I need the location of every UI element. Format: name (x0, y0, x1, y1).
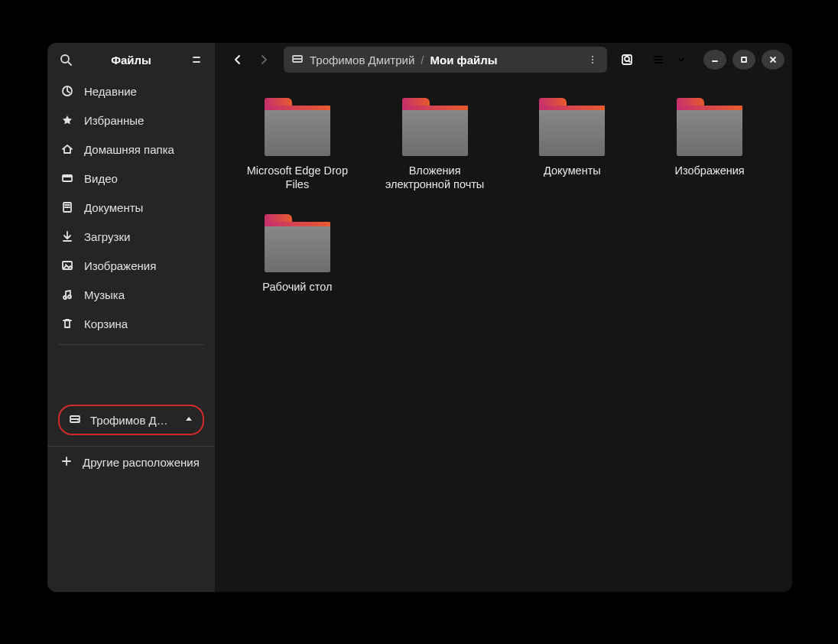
path-segment-current[interactable]: Мои файлы (430, 54, 498, 67)
folder-icon (265, 98, 330, 156)
trash-icon (61, 317, 73, 330)
picture-icon (61, 259, 73, 272)
mount-label: Трофимов Дми… (90, 414, 175, 427)
folder-icon (265, 214, 330, 272)
document-icon (61, 201, 73, 213)
sidebar-separator (58, 344, 204, 345)
pathbar-menu-button[interactable] (583, 50, 603, 70)
sidebar-item-downloads[interactable]: Загрузки (47, 222, 215, 251)
plus-icon (61, 456, 72, 469)
folder-item[interactable]: Microsoft Edge Drop Files (238, 98, 357, 191)
path-segment-label: Трофимов Дмитрий (310, 54, 414, 67)
folder-item[interactable]: Вложения электронной почты (375, 98, 495, 191)
folder-label: Microsoft Edge Drop Files (244, 164, 351, 191)
sidebar-item-label: Избранные (84, 114, 144, 127)
sidebar-item-music[interactable]: Музыка (47, 280, 215, 309)
sidebar-header: Файлы (47, 43, 215, 76)
sidebar-item-pictures[interactable]: Изображения (47, 251, 215, 280)
sidebar-item-label: Корзина (84, 317, 128, 330)
sidebar-item-starred[interactable]: Избранные (47, 106, 215, 135)
folder-icon (677, 98, 742, 156)
sidebar-item-label: Загрузки (84, 230, 130, 243)
search-button[interactable] (55, 49, 76, 70)
clock-icon (61, 85, 73, 97)
folder-item[interactable]: Изображения (650, 98, 769, 191)
path-segment-label: Мои файлы (430, 54, 498, 67)
video-icon (61, 172, 73, 184)
sidebar: Файлы Недавние Избранные Домашняя папка … (47, 43, 215, 592)
drive-icon (291, 53, 304, 67)
sidebar-item-label: Документы (84, 201, 143, 214)
folder-icon (539, 98, 605, 156)
close-button[interactable] (762, 50, 784, 70)
folder-grid: Microsoft Edge Drop Files Вложения элект… (238, 98, 769, 294)
svg-point-22 (592, 56, 593, 57)
main-area: Трофимов Дмитрий / Мои файлы (215, 43, 792, 592)
star-icon (61, 114, 73, 126)
sidebar-item-home[interactable]: Домашняя папка (47, 135, 215, 164)
nav-arrows (222, 47, 276, 72)
svg-line-1 (68, 62, 71, 65)
folder-item[interactable]: Документы (513, 98, 632, 191)
chevron-down-icon[interactable] (670, 47, 693, 72)
path-separator: / (421, 54, 424, 67)
svg-rect-32 (742, 57, 746, 62)
content-area: Microsoft Edge Drop Files Вложения элект… (215, 76, 792, 592)
app-title: Файлы (81, 54, 181, 67)
sidebar-item-trash[interactable]: Корзина (47, 309, 215, 338)
svg-point-17 (77, 420, 79, 421)
back-button[interactable] (226, 47, 250, 72)
svg-line-27 (628, 60, 630, 62)
list-view-icon[interactable] (647, 47, 670, 72)
folder-label: Вложения электронной почты (382, 164, 489, 191)
file-manager-window: Файлы Недавние Избранные Домашняя папка … (47, 43, 792, 592)
other-locations-label: Другие расположения (83, 456, 200, 469)
download-icon (61, 230, 73, 242)
svg-point-24 (592, 62, 593, 63)
maximize-button[interactable] (732, 50, 755, 70)
folder-item[interactable]: Рабочий стол (238, 214, 357, 294)
folder-icon (402, 98, 468, 156)
sidebar-mount-drive[interactable]: Трофимов Дми… (58, 405, 204, 435)
svg-point-13 (63, 296, 67, 299)
toolbar-search-button[interactable] (615, 47, 639, 72)
drive-icon (69, 413, 81, 428)
music-icon (61, 288, 73, 301)
svg-rect-21 (293, 59, 302, 62)
folder-label: Документы (544, 164, 601, 177)
toolbar: Трофимов Дмитрий / Мои файлы (215, 43, 792, 76)
sidebar-item-videos[interactable]: Видео (47, 164, 215, 193)
home-icon (61, 143, 73, 155)
pathbar[interactable]: Трофимов Дмитрий / Мои файлы (284, 47, 607, 73)
sidebar-item-label: Изображения (84, 259, 156, 272)
svg-point-14 (68, 295, 71, 298)
path-segment-root[interactable]: Трофимов Дмитрий (291, 53, 414, 67)
sidebar-menu-button[interactable] (186, 49, 207, 70)
sidebar-item-documents[interactable]: Документы (47, 193, 215, 222)
sidebar-other-locations[interactable]: Другие расположения (47, 446, 215, 478)
folder-label: Изображения (675, 164, 745, 177)
sidebar-item-recent[interactable]: Недавние (47, 76, 215, 106)
eject-icon[interactable] (184, 414, 193, 427)
window-controls (700, 50, 784, 70)
forward-button[interactable] (252, 47, 276, 72)
sidebar-item-label: Музыка (84, 288, 125, 301)
sidebar-item-label: Домашняя папка (84, 143, 174, 156)
svg-point-23 (592, 59, 593, 60)
sidebar-item-label: Видео (84, 172, 118, 185)
sidebar-item-label: Недавние (84, 85, 137, 98)
minimize-button[interactable] (703, 50, 726, 70)
view-switcher[interactable] (647, 47, 693, 72)
folder-label: Рабочий стол (262, 280, 332, 294)
